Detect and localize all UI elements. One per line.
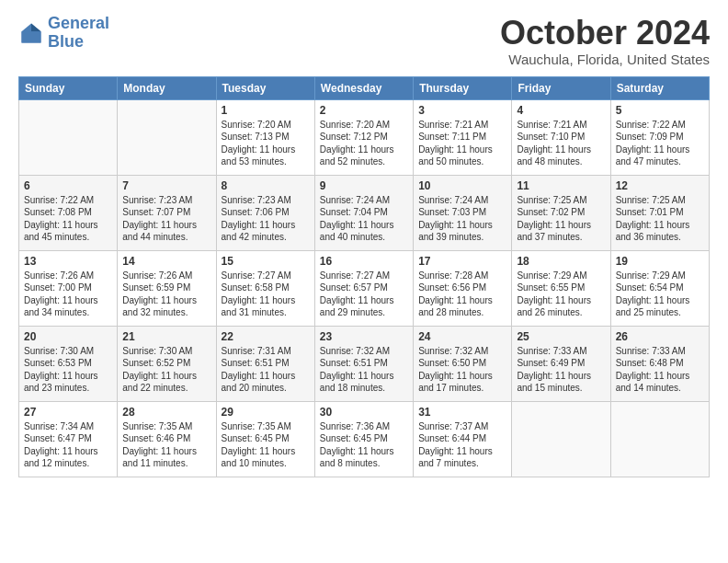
- calendar-header: Sunday Monday Tuesday Wednesday Thursday…: [19, 76, 710, 99]
- calendar-cell: 18 Sunrise: 7:29 AM Sunset: 6:55 PM Dayl…: [512, 250, 610, 326]
- day-number: 30: [320, 406, 408, 419]
- day-info: Sunrise: 7:24 AM Sunset: 7:04 PM Dayligh…: [320, 194, 408, 244]
- sunrise: Sunrise: 7:25 AM: [616, 195, 686, 205]
- logo-general: General: [48, 14, 109, 32]
- day-number: 23: [320, 330, 408, 343]
- sunset: Sunset: 6:57 PM: [320, 282, 388, 293]
- daylight: Daylight: 11 hours and 42 minutes.: [222, 220, 296, 243]
- sunrise: Sunrise: 7:33 AM: [616, 346, 686, 356]
- daylight: Daylight: 11 hours and 40 minutes.: [320, 220, 394, 243]
- day-info: Sunrise: 7:22 AM Sunset: 7:09 PM Dayligh…: [616, 119, 704, 168]
- day-number: 10: [418, 179, 506, 192]
- calendar-cell: 25 Sunrise: 7:33 AM Sunset: 6:49 PM Dayl…: [512, 326, 610, 401]
- sunrise: Sunrise: 7:20 AM: [222, 120, 291, 130]
- day-number: 27: [24, 406, 112, 419]
- day-info: Sunrise: 7:26 AM Sunset: 7:00 PM Dayligh…: [24, 270, 112, 319]
- sunrise: Sunrise: 7:30 AM: [24, 346, 94, 356]
- calendar-cell: 30 Sunrise: 7:36 AM Sunset: 6:45 PM Dayl…: [314, 401, 413, 477]
- calendar-week-3: 13 Sunrise: 7:26 AM Sunset: 7:00 PM Dayl…: [19, 250, 710, 326]
- sunrise: Sunrise: 7:31 AM: [222, 346, 291, 356]
- calendar-week-5: 27 Sunrise: 7:34 AM Sunset: 6:47 PM Dayl…: [19, 401, 710, 477]
- sunrise: Sunrise: 7:26 AM: [24, 270, 94, 281]
- daylight: Daylight: 11 hours and 47 minutes.: [616, 144, 690, 167]
- daylight: Daylight: 11 hours and 7 minutes.: [418, 446, 493, 469]
- month-title: October 2024: [500, 15, 710, 52]
- col-wednesday: Wednesday: [314, 76, 413, 99]
- day-info: Sunrise: 7:30 AM Sunset: 6:53 PM Dayligh…: [24, 345, 112, 395]
- header: General Blue October 2024 Wauchula, Flor…: [18, 15, 710, 67]
- day-info: Sunrise: 7:35 AM Sunset: 6:45 PM Dayligh…: [222, 420, 310, 470]
- sunrise: Sunrise: 7:37 AM: [418, 421, 488, 431]
- daylight: Daylight: 11 hours and 39 minutes.: [418, 220, 493, 243]
- calendar-week-4: 20 Sunrise: 7:30 AM Sunset: 6:53 PM Dayl…: [19, 326, 710, 401]
- day-info: Sunrise: 7:20 AM Sunset: 7:13 PM Dayligh…: [222, 119, 310, 168]
- day-info: Sunrise: 7:23 AM Sunset: 7:06 PM Dayligh…: [222, 194, 310, 244]
- sunrise: Sunrise: 7:22 AM: [24, 195, 94, 205]
- sunrise: Sunrise: 7:27 AM: [222, 270, 291, 281]
- sunrise: Sunrise: 7:20 AM: [320, 120, 390, 130]
- day-number: 14: [122, 255, 210, 268]
- calendar-cell: [118, 99, 216, 175]
- day-info: Sunrise: 7:26 AM Sunset: 6:59 PM Dayligh…: [122, 270, 210, 319]
- sunset: Sunset: 7:09 PM: [616, 132, 684, 142]
- daylight: Daylight: 11 hours and 48 minutes.: [517, 144, 591, 167]
- calendar-cell: 13 Sunrise: 7:26 AM Sunset: 7:00 PM Dayl…: [19, 250, 118, 326]
- logo-blue: Blue: [48, 32, 84, 51]
- day-number: 19: [616, 255, 704, 268]
- sunrise: Sunrise: 7:23 AM: [222, 195, 291, 205]
- calendar-table: Sunday Monday Tuesday Wednesday Thursday…: [18, 76, 710, 477]
- day-number: 4: [517, 104, 605, 117]
- sunset: Sunset: 7:00 PM: [24, 282, 92, 293]
- svg-marker-1: [31, 23, 41, 31]
- daylight: Daylight: 11 hours and 28 minutes.: [418, 295, 493, 318]
- day-number: 24: [418, 330, 506, 343]
- daylight: Daylight: 11 hours and 22 minutes.: [122, 371, 197, 394]
- day-number: 21: [122, 330, 210, 343]
- daylight: Daylight: 11 hours and 10 minutes.: [222, 446, 296, 469]
- calendar-cell: 15 Sunrise: 7:27 AM Sunset: 6:58 PM Dayl…: [216, 250, 314, 326]
- calendar-week-1: 1 Sunrise: 7:20 AM Sunset: 7:13 PM Dayli…: [19, 99, 710, 175]
- calendar-cell: 23 Sunrise: 7:32 AM Sunset: 6:51 PM Dayl…: [314, 326, 413, 401]
- day-number: 26: [616, 330, 704, 343]
- sunset: Sunset: 7:10 PM: [517, 132, 585, 142]
- calendar-cell: 27 Sunrise: 7:34 AM Sunset: 6:47 PM Dayl…: [19, 401, 118, 477]
- sunrise: Sunrise: 7:32 AM: [320, 346, 390, 356]
- sunrise: Sunrise: 7:21 AM: [418, 120, 488, 130]
- calendar-cell: [19, 99, 118, 175]
- sunrise: Sunrise: 7:35 AM: [222, 421, 291, 431]
- day-info: Sunrise: 7:22 AM Sunset: 7:08 PM Dayligh…: [24, 194, 112, 244]
- calendar-cell: 31 Sunrise: 7:37 AM Sunset: 6:44 PM Dayl…: [414, 401, 512, 477]
- calendar-cell: 22 Sunrise: 7:31 AM Sunset: 6:51 PM Dayl…: [216, 326, 314, 401]
- day-info: Sunrise: 7:25 AM Sunset: 7:02 PM Dayligh…: [517, 194, 605, 244]
- calendar-cell: 28 Sunrise: 7:35 AM Sunset: 6:46 PM Dayl…: [118, 401, 216, 477]
- day-info: Sunrise: 7:30 AM Sunset: 6:52 PM Dayligh…: [122, 345, 210, 395]
- sunrise: Sunrise: 7:27 AM: [320, 270, 390, 281]
- day-info: Sunrise: 7:32 AM Sunset: 6:50 PM Dayligh…: [418, 345, 506, 395]
- day-info: Sunrise: 7:29 AM Sunset: 6:54 PM Dayligh…: [616, 270, 704, 319]
- calendar-cell: 5 Sunrise: 7:22 AM Sunset: 7:09 PM Dayli…: [610, 99, 709, 175]
- svg-rect-2: [22, 31, 41, 42]
- sunset: Sunset: 6:46 PM: [122, 433, 190, 443]
- daylight: Daylight: 11 hours and 29 minutes.: [320, 295, 394, 318]
- col-friday: Friday: [512, 76, 610, 99]
- logo-text: General Blue: [48, 15, 109, 52]
- day-number: 11: [517, 179, 605, 192]
- col-sunday: Sunday: [19, 76, 118, 99]
- calendar-week-2: 6 Sunrise: 7:22 AM Sunset: 7:08 PM Dayli…: [19, 175, 710, 250]
- day-info: Sunrise: 7:21 AM Sunset: 7:11 PM Dayligh…: [418, 119, 506, 168]
- calendar-cell: 6 Sunrise: 7:22 AM Sunset: 7:08 PM Dayli…: [19, 175, 118, 250]
- sunset: Sunset: 6:53 PM: [24, 358, 92, 368]
- daylight: Daylight: 11 hours and 25 minutes.: [616, 295, 690, 318]
- sunset: Sunset: 6:51 PM: [222, 358, 290, 368]
- sunrise: Sunrise: 7:36 AM: [320, 421, 390, 431]
- daylight: Daylight: 11 hours and 11 minutes.: [122, 446, 197, 469]
- sunset: Sunset: 7:01 PM: [616, 207, 684, 217]
- sunset: Sunset: 6:52 PM: [122, 358, 190, 368]
- sunset: Sunset: 6:55 PM: [517, 282, 585, 293]
- sunset: Sunset: 6:58 PM: [222, 282, 290, 293]
- calendar-cell: 14 Sunrise: 7:26 AM Sunset: 6:59 PM Dayl…: [118, 250, 216, 326]
- day-number: 7: [122, 179, 210, 192]
- day-number: 29: [222, 406, 310, 419]
- page: General Blue October 2024 Wauchula, Flor…: [0, 0, 728, 487]
- sunrise: Sunrise: 7:24 AM: [320, 195, 390, 205]
